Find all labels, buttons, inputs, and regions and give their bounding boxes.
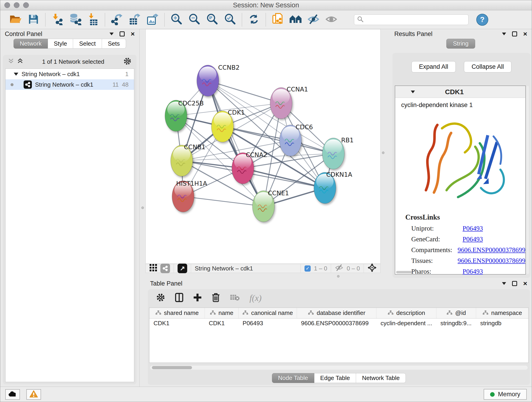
crosslink-link[interactable]: P06493 [462, 235, 483, 243]
control-tab-sets[interactable]: Sets [102, 39, 126, 49]
help-button[interactable]: ? [476, 14, 488, 26]
close-panel-icon[interactable]: × [523, 32, 527, 36]
network-node-ccna1[interactable]: CCNA1 [270, 86, 308, 119]
show-columns-icon[interactable] [175, 293, 184, 303]
network-node-hist1h1a[interactable]: HIST1H1A [172, 180, 207, 212]
close-panel-icon[interactable]: × [131, 32, 135, 36]
network-edge[interactable] [208, 81, 281, 103]
table-row[interactable]: CDK1CDK1P064939606.ENSP00000378699cyclin… [149, 318, 528, 328]
memory-button[interactable]: Memory [484, 389, 527, 400]
collection-expand-icon[interactable] [14, 73, 18, 76]
fit-content-button[interactable] [205, 12, 220, 27]
import-network-database-button[interactable] [68, 12, 83, 27]
float-panel-icon[interactable] [512, 281, 517, 286]
crosslink-link[interactable]: 9606.ENSP00000378699 [457, 257, 525, 264]
hide-selected-button[interactable] [306, 12, 321, 27]
control-tab-style[interactable]: Style [48, 39, 73, 49]
table-cell[interactable]: stringdb:9... [436, 318, 476, 328]
column-header-namespace[interactable]: namespace [476, 308, 528, 318]
zoom-out-button[interactable] [187, 12, 202, 27]
export-network-button[interactable] [109, 12, 124, 27]
warnings-button[interactable] [26, 389, 41, 400]
import-table-button[interactable] [85, 12, 101, 27]
create-column-icon[interactable] [193, 293, 202, 303]
control-tab-select[interactable]: Select [73, 39, 102, 49]
right-splitter-handle[interactable] [382, 152, 385, 154]
results-hscroll-thumb[interactable] [396, 271, 412, 274]
table-cell[interactable]: 9606.ENSP00000378699 [297, 318, 376, 328]
network-node-ccne1[interactable]: CCNE1 [253, 190, 289, 222]
network-edge[interactable] [183, 196, 264, 206]
first-neighbors-button[interactable] [288, 12, 303, 27]
table-tab-node-table[interactable]: Node Table [272, 373, 314, 383]
network-overview-button[interactable] [160, 264, 170, 273]
table-cell[interactable]: P06493 [239, 318, 297, 328]
table-hscroll-thumb[interactable] [152, 366, 192, 369]
network-node-cdc6[interactable]: CDC6 [279, 123, 313, 156]
export-image-button[interactable] [145, 12, 160, 27]
open-session-button[interactable] [8, 12, 23, 27]
network-node-cdc25b[interactable]: CDC25B [165, 100, 204, 131]
selected-checkbox-icon[interactable]: ✓ [304, 265, 311, 272]
panel-menu-icon[interactable] [502, 32, 506, 35]
table-cell[interactable]: stringdb [476, 318, 528, 328]
delete-column-trash-icon[interactable] [211, 293, 220, 303]
float-panel-icon[interactable] [120, 32, 125, 36]
column-header-shared-name[interactable]: shared name [149, 308, 205, 318]
table-tab-edge-table[interactable]: Edge Table [314, 373, 356, 383]
left-splitter-handle[interactable] [141, 206, 144, 209]
cloud-status-button[interactable] [5, 389, 20, 400]
close-panel-icon[interactable]: × [523, 281, 527, 286]
export-table-button[interactable] [127, 12, 142, 27]
panel-menu-icon[interactable] [502, 282, 506, 285]
tab-string[interactable]: String [446, 39, 475, 49]
expand-all-button[interactable]: Expand All [412, 61, 456, 72]
column-header-name[interactable]: name [205, 308, 239, 318]
table-hscroll-track[interactable] [150, 366, 528, 370]
network-canvas[interactable]: CCNB2CCNA1CDC25BCDK1CDC6RB1CCNB1CCNA2CDK… [146, 29, 380, 264]
network-row[interactable]: String Network – cdk1 11 48 [6, 79, 134, 90]
birdseye-grid-icon[interactable] [149, 264, 157, 273]
expand-all-networks-icon[interactable] [17, 58, 23, 65]
show-all-button[interactable] [324, 12, 339, 27]
zoom-selected-button[interactable] [222, 12, 238, 27]
network-collection-row[interactable]: String Network – cdk1 1 [6, 69, 134, 79]
table-cell[interactable]: cyclin-dependent ... [376, 318, 436, 328]
collapse-all-button[interactable]: Collapse All [464, 61, 511, 72]
column-header-canonical-name[interactable]: canonical name [239, 308, 297, 318]
crosslink-link[interactable]: P06493 [462, 225, 483, 232]
node-label: CCNB2 [218, 64, 240, 71]
column-header-database-identifier[interactable]: database identifier [297, 308, 376, 318]
network-node-cdkn1a[interactable]: CDKN1A [314, 171, 352, 204]
results-vscroll-track[interactable] [526, 86, 529, 274]
detach-view-button[interactable]: ↗ [177, 264, 187, 273]
network-options-gear-icon[interactable] [123, 57, 132, 66]
column-header-description[interactable]: description [376, 308, 436, 318]
network-edge[interactable] [208, 81, 264, 206]
network-node-ccna2[interactable]: CCNA2 [232, 151, 267, 184]
network-graph[interactable]: CCNB2CCNA1CDC25BCDK1CDC6RB1CCNB1CCNA2CDK… [146, 29, 381, 264]
collapse-all-networks-icon[interactable] [8, 58, 14, 65]
import-network-file-button[interactable] [50, 12, 65, 27]
crosslink-link[interactable]: P06493 [462, 268, 483, 275]
clone-network-button[interactable] [270, 12, 285, 27]
network-node-ccnb2[interactable]: CCNB2 [197, 64, 240, 96]
bottom-splitter-handle[interactable] [337, 275, 340, 278]
save-session-button[interactable] [26, 12, 41, 27]
refresh-view-button[interactable] [246, 12, 261, 27]
table-cell[interactable]: CDK1 [205, 318, 239, 328]
column-header--id[interactable]: @id [436, 308, 476, 318]
search-input[interactable] [364, 16, 466, 23]
gene-entry-header[interactable]: CDK1 [395, 86, 525, 98]
table-cell[interactable]: CDK1 [149, 318, 205, 328]
network-node-rb1[interactable]: RB1 [322, 137, 354, 169]
panel-menu-icon[interactable] [109, 32, 114, 35]
control-tab-network[interactable]: Network [13, 39, 48, 49]
float-panel-icon[interactable] [512, 32, 517, 36]
collapse-entry-icon[interactable] [411, 90, 415, 93]
birdseye-crosshair-icon[interactable] [367, 263, 377, 274]
table-tab-network-table[interactable]: Network Table [356, 373, 406, 383]
table-options-gear-icon[interactable] [156, 293, 165, 303]
zoom-in-button[interactable] [169, 12, 184, 27]
crosslink-link[interactable]: 9606.ENSP00000378699 [457, 246, 525, 254]
